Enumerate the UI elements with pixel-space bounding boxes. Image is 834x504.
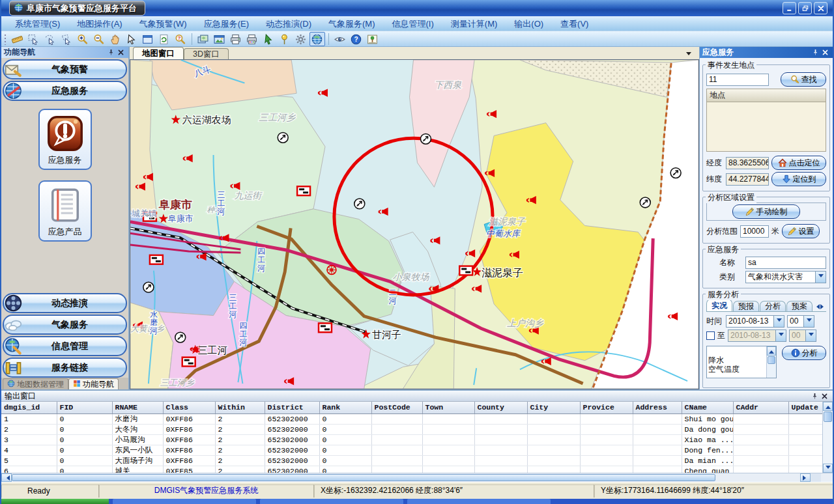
column-header-FID[interactable]: FID xyxy=(57,402,112,413)
toolbar-grip[interactable] xyxy=(3,33,8,45)
analyze-button[interactable]: 分析 xyxy=(782,346,826,360)
nav-section-4[interactable]: 气象服务 xyxy=(3,315,127,335)
chevron-down-icon[interactable] xyxy=(815,272,826,283)
tab-function-navigation[interactable]: 功能导航 xyxy=(68,378,119,389)
station-marker[interactable] xyxy=(420,133,431,144)
shortcut-emergency-product[interactable]: 应急产品 xyxy=(38,180,92,242)
taskbar-item[interactable] xyxy=(260,499,403,504)
nav-section-1[interactable]: 气象预警 xyxy=(3,59,127,79)
menu-item-8[interactable]: 测量计算(M) xyxy=(442,17,506,31)
help-icon[interactable]: ? xyxy=(349,32,364,46)
visibility-icon[interactable] xyxy=(332,32,348,46)
hour-select[interactable]: 00 xyxy=(787,315,814,328)
table-row[interactable]: 50大面场子沟0XFF8626523020000Da mian ... xyxy=(1,455,822,466)
wheel-marker[interactable] xyxy=(327,266,336,275)
menu-item-5[interactable]: 动态推演(D) xyxy=(257,17,320,31)
element-list[interactable]: 降水空气温度 xyxy=(706,346,777,378)
menu-item-7[interactable]: 信息管理(I) xyxy=(384,17,442,31)
analysis-tab-分析[interactable]: 分析 xyxy=(760,301,786,311)
scroll-up-icon[interactable] xyxy=(823,402,833,411)
export-image-icon[interactable] xyxy=(365,32,381,46)
nav-section-2[interactable]: 应急服务 xyxy=(3,81,127,101)
to-date-select[interactable]: 2010-08-13 xyxy=(728,329,786,342)
table-row[interactable]: 10水磨沟0XFF8626523020000Shui mo gou xyxy=(1,413,822,424)
close-icon[interactable] xyxy=(820,391,829,400)
longitude-input[interactable]: 88.36255063 xyxy=(726,157,769,169)
menu-item-4[interactable]: 应急服务(E) xyxy=(195,17,257,31)
nav-section-5[interactable]: 信息管理 xyxy=(3,336,127,356)
find-button[interactable]: 查找 xyxy=(781,72,826,87)
scroll-up-icon[interactable] xyxy=(767,346,776,356)
zoom-out-icon[interactable] xyxy=(91,32,107,46)
list-scrollbar[interactable] xyxy=(766,346,776,378)
tab-scroll-left-icon[interactable] xyxy=(814,302,820,311)
globe-service-icon[interactable] xyxy=(309,32,325,46)
column-header-dmgis_id[interactable]: dmgis_id xyxy=(1,402,57,413)
tab-list-dropdown[interactable] xyxy=(683,50,694,59)
area-select-icon[interactable] xyxy=(59,32,74,46)
print-icon[interactable] xyxy=(228,32,244,46)
station-marker[interactable] xyxy=(143,282,154,292)
locate-to-button[interactable]: 定位到 xyxy=(771,172,826,186)
station-marker[interactable] xyxy=(640,197,650,208)
column-header-Update[interactable]: Update xyxy=(788,402,822,413)
range-input[interactable]: 10000 xyxy=(740,225,769,238)
settings-icon[interactable] xyxy=(293,32,309,46)
click-locate-button[interactable]: 点击定位 xyxy=(771,156,826,170)
pushpin-icon[interactable] xyxy=(106,48,116,57)
shelter-marker[interactable] xyxy=(459,266,472,275)
shelter-marker[interactable] xyxy=(182,357,195,367)
table-horizontal-scrollbar[interactable] xyxy=(1,473,833,482)
place-list[interactable] xyxy=(706,102,826,152)
column-header-Within[interactable]: Within xyxy=(215,402,265,413)
column-header-County[interactable]: County xyxy=(474,402,527,413)
to-hour-select[interactable]: 00 xyxy=(789,329,816,342)
pointer-icon[interactable] xyxy=(124,32,139,46)
column-header-CName[interactable]: CName xyxy=(682,402,733,413)
date-select[interactable]: 2010-08-13 xyxy=(726,315,784,328)
shelter-marker[interactable] xyxy=(150,255,163,264)
close-icon[interactable] xyxy=(116,48,126,57)
lasso-select-icon[interactable] xyxy=(42,32,58,46)
layers-icon[interactable] xyxy=(195,32,211,46)
pushpin-icon[interactable] xyxy=(811,48,820,57)
list-item[interactable] xyxy=(707,346,766,356)
column-header-Town[interactable]: Town xyxy=(422,402,474,413)
map-canvas[interactable]: 八斗六运湖农场三工河乡下西泉九运街阜康市城关镇阜康市种场滋泥泉子中葡水库滋泥泉子… xyxy=(130,60,698,389)
service-name-input[interactable]: sa xyxy=(745,257,826,269)
nav-section-6[interactable]: 服务链接 xyxy=(3,357,127,378)
menu-item-3[interactable]: 气象预警(W) xyxy=(131,17,195,31)
taskbar-item[interactable] xyxy=(113,499,256,504)
column-header-Provice[interactable]: Provice xyxy=(580,402,633,413)
table-row[interactable]: 30小马厩沟0XFF8626523020000Xiao ma ... xyxy=(1,434,822,445)
menu-item-9[interactable]: 输出(O) xyxy=(506,17,552,31)
full-extent-icon[interactable] xyxy=(140,32,156,46)
color-print-icon[interactable] xyxy=(244,32,260,46)
tab-map-data-management[interactable]: 地图数据管理 xyxy=(3,378,68,389)
service-type-select[interactable]: 气象和洪水灾害 xyxy=(745,271,826,283)
minimize-button[interactable] xyxy=(783,2,796,14)
start-button[interactable] xyxy=(1,499,109,504)
scroll-down-icon[interactable] xyxy=(823,464,833,473)
analysis-tab-预案[interactable]: 预案 xyxy=(786,301,812,311)
column-header-Class[interactable]: Class xyxy=(163,402,215,413)
nav-section-3[interactable]: 动态推演 xyxy=(3,293,127,313)
analysis-tab-预报[interactable]: 预报 xyxy=(733,301,759,311)
column-header-PostCode[interactable]: PostCode xyxy=(371,402,422,413)
column-header-District[interactable]: District xyxy=(265,402,319,413)
table-vertical-scrollbar[interactable] xyxy=(822,402,833,473)
station-marker[interactable] xyxy=(354,199,365,209)
latitude-input[interactable]: 44.22778446 xyxy=(726,173,769,186)
table-row[interactable]: 40东风一小队0XFF8626523020000Dong fen... xyxy=(1,445,822,455)
list-item[interactable]: 降水 xyxy=(707,356,766,365)
to-checkbox[interactable] xyxy=(706,331,715,340)
shortcut-emergency-service[interactable]: 应急服务 xyxy=(38,109,92,170)
column-header-RNAME[interactable]: RNAME xyxy=(112,402,163,413)
station-marker[interactable] xyxy=(670,168,681,178)
column-header-Rank[interactable]: Rank xyxy=(319,402,371,413)
table-row[interactable]: 20大冬沟0XFF8626523020000Da dong gou xyxy=(1,424,822,434)
refresh-icon[interactable] xyxy=(156,32,172,46)
set-range-button[interactable]: 设置 xyxy=(782,224,820,238)
menu-item-2[interactable]: 地图操作(A) xyxy=(68,17,130,31)
location-search-input[interactable]: 11 xyxy=(706,74,769,86)
